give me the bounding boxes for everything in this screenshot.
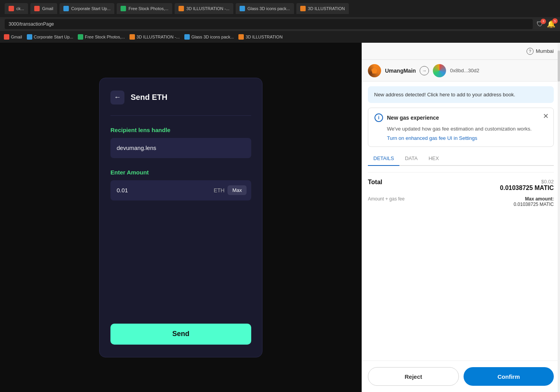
tab-favicon-4	[178, 6, 184, 11]
mm-reject-button[interactable]: Reject	[368, 367, 459, 386]
mm-gas-settings-link[interactable]: Turn on enhanced gas fee UI in Settings	[387, 135, 547, 141]
main-content: ← Send ETH Recipient lens handle Enter A…	[0, 43, 560, 392]
mm-total-row: Total $0.02 0.01038725 MATIC	[368, 179, 554, 192]
max-button[interactable]: Max	[228, 185, 247, 195]
recipient-group: Recipient lens handle	[110, 127, 251, 158]
bookmark-corp[interactable]: Corporate Start Up...	[27, 34, 74, 40]
bookmark-label-3d-1: 3D ILLUSTRATION -...	[136, 35, 180, 39]
mm-total-usd: $0.02	[500, 179, 554, 185]
mm-tab-details[interactable]: DETAILS	[368, 152, 399, 166]
mm-logo-icon	[368, 64, 381, 77]
bookmark-label-gmail: Gmail	[11, 35, 22, 39]
mm-gas-close-button[interactable]: ✕	[543, 112, 549, 120]
mm-notice-text: New address detected! Click here to add …	[374, 92, 515, 98]
bookmark-glass[interactable]: Glass 3D icons pack...	[184, 34, 234, 40]
card-header: ← Send ETH	[110, 91, 251, 105]
mm-gas-title: New gas experience	[387, 115, 439, 121]
mm-max-amount-title: Max amount:	[514, 196, 554, 202]
bookmark-label-corp: Corporate Start Up...	[34, 35, 74, 39]
header-divider	[110, 115, 251, 116]
browser-bar: ck... Gmail Corporate Start Up... Free S…	[0, 0, 560, 17]
mm-network-label: Mumbai	[536, 48, 554, 54]
mm-gas-notice: i New gas experience ✕ We've updated how…	[368, 108, 554, 147]
mm-confirm-button[interactable]: Confirm	[464, 367, 554, 386]
mm-tab-hex[interactable]: HEX	[423, 152, 444, 166]
mm-total-label: Total	[368, 179, 382, 186]
mm-address-notice[interactable]: New address detected! Click here to add …	[368, 86, 554, 103]
bookmark-icon-3d-1	[130, 34, 135, 40]
address-bar-icons: 🛡 3 🔔 5	[537, 20, 555, 28]
mm-inner-divider	[368, 172, 554, 172]
browser-tab-4[interactable]: 3D ILLUSTRATION -...	[175, 3, 233, 14]
browser-tab-1[interactable]: Gmail	[30, 3, 57, 14]
currency-label: ETH	[214, 187, 224, 193]
recipient-input[interactable]	[110, 138, 251, 158]
page-area: ← Send ETH Recipient lens handle Enter A…	[0, 43, 362, 392]
bookmark-icon-photos	[78, 34, 83, 40]
metamask-panel: ? Mumbai UmangMain → 0x8bd...30d2 New ad…	[362, 43, 560, 392]
amount-input-row: ETH Max	[110, 180, 251, 200]
bookmark-3d-1[interactable]: 3D ILLUSTRATION -...	[130, 34, 180, 40]
mm-sub-row: Amount + gas fee Max amount: 0.01038725 …	[368, 196, 554, 207]
mm-details-section: Total $0.02 0.01038725 MATIC Amount + ga…	[362, 166, 560, 361]
tab-favicon-2	[63, 6, 69, 11]
bookmark-label-photos: Free Stock Photos,...	[85, 35, 125, 39]
mm-account-row: UmangMain → 0x8bd...30d2	[362, 60, 560, 82]
bookmark-3d-2[interactable]: 3D ILLUSTRATION	[238, 34, 282, 40]
browser-tab-6[interactable]: 3D ILLUSTRATION	[296, 3, 349, 14]
mm-tabs: DETAILS DATA HEX	[368, 152, 554, 166]
alert-badge: 5	[552, 18, 558, 24]
back-icon: ←	[114, 93, 121, 101]
bookmark-gmail[interactable]: Gmail	[4, 34, 22, 40]
mm-top-bar: ? Mumbai	[362, 43, 560, 60]
mm-scrollbar-thumb	[558, 51, 560, 82]
tab-favicon-3	[121, 6, 126, 11]
address-bar[interactable]: 3000/transactionPage	[5, 19, 533, 29]
address-text: 3000/transactionPage	[9, 21, 54, 27]
tab-favicon-0	[9, 6, 14, 11]
mm-tab-data[interactable]: DATA	[399, 152, 423, 166]
bookmark-icon-gmail	[4, 34, 9, 40]
tab-favicon-6	[300, 6, 306, 11]
mm-site-logo	[433, 64, 446, 77]
amount-input[interactable]	[117, 187, 210, 193]
alert-icon[interactable]: 🔔 5	[547, 20, 555, 28]
mm-action-row: Reject Confirm	[362, 361, 560, 392]
send-button[interactable]: Send	[110, 324, 251, 345]
card-title: Send ETH	[131, 93, 167, 102]
mm-network-selector[interactable]: ? Mumbai	[527, 48, 554, 55]
address-bar-row: 3000/transactionPage 🛡 3 🔔 5	[0, 17, 560, 31]
back-button[interactable]: ←	[110, 91, 124, 105]
mm-address: 0x8bd...30d2	[450, 68, 479, 73]
browser-tab-2[interactable]: Corporate Start Up...	[60, 3, 115, 14]
bookmark-photos[interactable]: Free Stock Photos,...	[78, 34, 125, 40]
mm-gas-header: i New gas experience	[374, 113, 547, 122]
shield-icon[interactable]: 🛡 3	[537, 20, 544, 28]
mm-sub-right: Max amount: 0.01038725 MATIC	[514, 196, 554, 207]
tab-favicon-5	[240, 6, 245, 11]
tab-favicon-1	[34, 6, 40, 11]
shield-badge: 3	[541, 19, 546, 24]
browser-tab-3[interactable]: Free Stock Photos,...	[117, 3, 172, 14]
mm-account-name: UmangMain	[385, 68, 416, 74]
mm-max-amount-value: 0.01038725 MATIC	[514, 202, 554, 207]
browser-tabs: ck... Gmail Corporate Start Up... Free S…	[5, 3, 555, 14]
mm-total-matic: 0.01038725 MATIC	[500, 185, 554, 192]
browser-tab-5[interactable]: Glass 3D icons pack...	[236, 3, 294, 14]
mm-amount-gas-label: Amount + gas fee	[368, 196, 404, 202]
mm-gas-desc: We've updated how gas fee estimation and…	[387, 125, 547, 133]
recipient-label: Recipient lens handle	[110, 127, 251, 133]
mm-arrow-icon: →	[420, 66, 429, 75]
bookmark-label-glass: Glass 3D icons pack...	[191, 35, 234, 39]
bookmarks-bar: Gmail Corporate Start Up... Free Stock P…	[0, 31, 560, 43]
question-circle-icon: ?	[527, 48, 534, 55]
browser-tab-0[interactable]: ck...	[5, 3, 28, 14]
amount-label: Enter Amount	[110, 169, 251, 176]
bookmark-icon-corp	[27, 34, 32, 40]
transaction-card: ← Send ETH Recipient lens handle Enter A…	[99, 78, 262, 357]
bookmark-label-3d-2: 3D ILLUSTRATION	[245, 35, 282, 39]
bookmark-icon-glass	[184, 34, 190, 40]
bookmark-icon-3d-2	[238, 34, 244, 40]
mm-scrollbar[interactable]	[558, 43, 560, 392]
amount-group: Enter Amount ETH Max	[110, 169, 251, 200]
